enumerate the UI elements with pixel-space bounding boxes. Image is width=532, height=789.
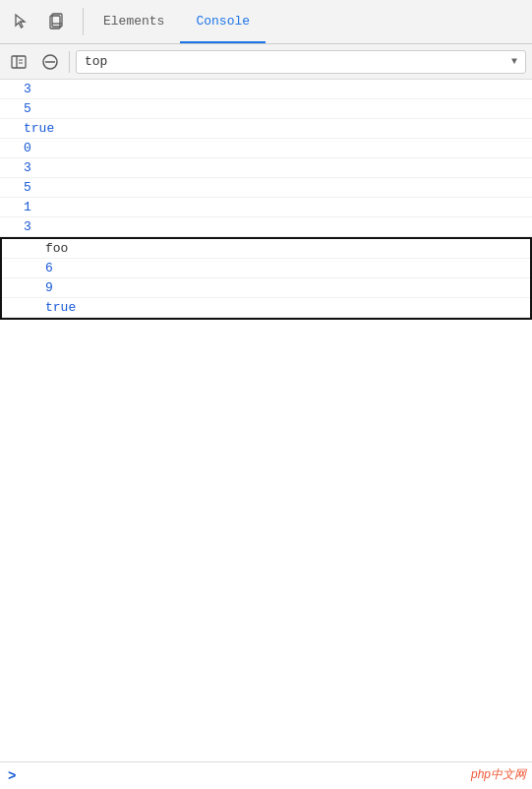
inspect-icon-btn[interactable] bbox=[43, 8, 71, 35]
console-input-line: > bbox=[0, 761, 532, 789]
console-value: true bbox=[24, 121, 54, 136]
console-value: 3 bbox=[24, 82, 31, 96]
console-prompt-icon: > bbox=[8, 768, 16, 784]
console-sidebar-btn[interactable] bbox=[6, 49, 31, 75]
list-item: 1 bbox=[0, 198, 532, 217]
watermark-text: php中文网 bbox=[471, 767, 526, 781]
top-frame-selector[interactable]: top ▼ bbox=[76, 50, 526, 74]
tabs: Elements Console bbox=[88, 0, 532, 43]
console-value: 5 bbox=[24, 101, 31, 116]
console-value: true bbox=[45, 300, 76, 315]
list-item: 6 bbox=[2, 259, 530, 278]
tab-console[interactable]: Console bbox=[180, 0, 266, 43]
list-item: 5 bbox=[0, 178, 532, 198]
list-item: 3 bbox=[0, 158, 532, 178]
list-item: 3 bbox=[0, 217, 532, 237]
list-item: 3 bbox=[0, 80, 532, 99]
dropdown-arrow-icon: ▼ bbox=[511, 56, 517, 67]
console-value: 0 bbox=[24, 141, 31, 155]
boxed-output-section: foo 6 9 true bbox=[0, 237, 532, 320]
console-input[interactable] bbox=[22, 768, 524, 783]
console-output: 3 5 true 0 3 5 1 3 foo 6 9 true bbox=[0, 80, 532, 761]
list-item: foo bbox=[2, 239, 530, 259]
tab-elements[interactable]: Elements bbox=[88, 0, 180, 43]
console-value: 5 bbox=[24, 180, 31, 195]
console-toolbar: top ▼ bbox=[0, 44, 532, 80]
console-value: 3 bbox=[24, 160, 31, 175]
list-item: true bbox=[0, 119, 532, 139]
tab-console-label: Console bbox=[196, 14, 250, 29]
list-item: 9 bbox=[2, 278, 530, 298]
list-item: 5 bbox=[0, 99, 532, 119]
watermark: php中文网 bbox=[471, 766, 526, 783]
toolbar-divider bbox=[83, 8, 84, 35]
console-value: 3 bbox=[24, 219, 31, 234]
list-item: 0 bbox=[0, 139, 532, 158]
console-value: 9 bbox=[45, 280, 53, 295]
console-value: 1 bbox=[24, 200, 31, 214]
console-value: foo bbox=[45, 241, 68, 256]
toolbar-icon-group bbox=[0, 8, 79, 35]
console-value: 6 bbox=[45, 261, 53, 275]
cursor-icon-btn[interactable] bbox=[8, 8, 35, 35]
top-frame-label: top bbox=[85, 54, 511, 69]
svg-rect-3 bbox=[12, 56, 26, 68]
tab-elements-label: Elements bbox=[103, 14, 164, 29]
clear-console-btn[interactable] bbox=[37, 49, 63, 75]
console-toolbar-divider bbox=[69, 51, 70, 73]
list-item: true bbox=[2, 298, 530, 318]
devtools-toolbar: Elements Console bbox=[0, 0, 532, 44]
